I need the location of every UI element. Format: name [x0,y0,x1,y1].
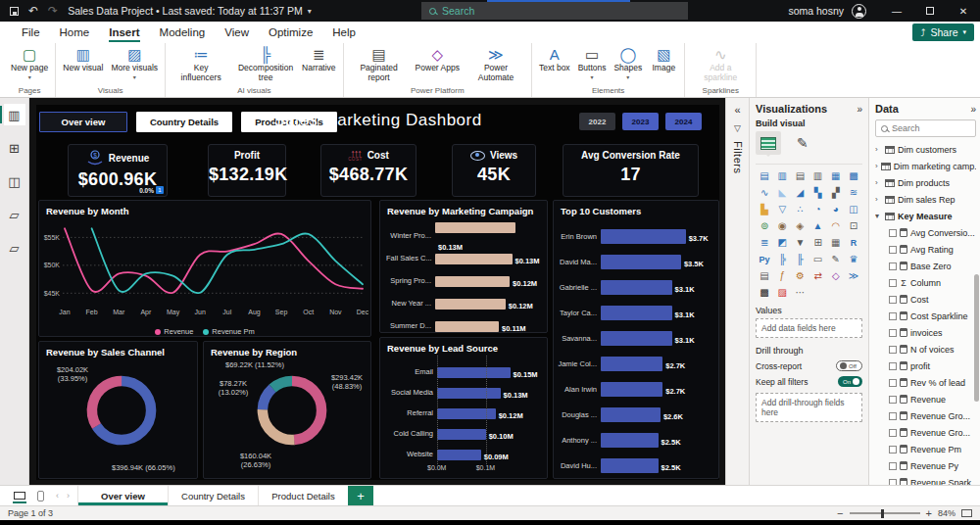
page-tab-over-view[interactable]: Over view [77,486,168,505]
measure-item-n-of-voices[interactable]: N of voices [875,341,976,358]
bar-row[interactable]: Cold Calling$0.10M [386,423,545,444]
table-item-dim-customers[interactable]: ›Dim customers [875,141,976,158]
shapes-button[interactable]: ◯Shapes▾ [611,45,645,81]
bar-row[interactable]: David Hu...$2.5K [558,453,716,478]
global-search[interactable] [421,2,688,20]
get-more-visuals-icon[interactable]: ⋯ [791,285,808,300]
dax-query-view-icon[interactable]: ▱ [4,204,25,225]
measure-item-base-zero[interactable]: Base Zero [875,258,976,274]
kpi-visual-icon[interactable]: ◩ [773,235,791,250]
power-apps-button[interactable]: ◇Power Apps [413,45,463,74]
checkbox[interactable] [889,412,897,420]
custom-visual-red-icon[interactable]: ▨ [773,285,791,300]
ribbon-tab-view[interactable]: View [215,24,259,42]
revenue-by-marketing-campaign-chart[interactable]: Revenue by Marketing Campaign Winter Pro… [379,200,548,333]
bar-row[interactable]: Spring Pro...$0.12M [386,269,543,292]
bar-row[interactable]: Erin Brown$3.7K [558,223,716,249]
clustered-column-chart-icon[interactable]: ▥ [808,168,826,183]
treemap-icon[interactable]: ◫ [845,202,862,216]
year-2023-button[interactable]: 2023 [622,113,659,130]
table-icon[interactable]: ⊞ [808,235,826,250]
chevron-right-icon[interactable]: › [875,195,882,204]
model-view-icon[interactable]: ◫ [4,170,25,192]
stacked-bar-chart-icon[interactable]: ▤ [756,168,773,183]
ribbon-tab-help[interactable]: Help [322,24,366,42]
bar-row[interactable]: Fall Sales C...$0.13M [386,247,543,269]
report-view-icon[interactable]: ▥ [4,104,25,125]
measure-item-revenue-gro[interactable]: Revenue Gro... [875,424,976,441]
tmdl-view-icon[interactable]: ▱ [4,237,25,259]
bar-row[interactable]: Winter Pro...$0.13M [386,224,543,247]
bar-row[interactable]: Summer D...$0.11M [386,314,543,333]
measure-item-profit[interactable]: profit [875,358,976,374]
power-automate-button[interactable]: ≫Power Automate [465,45,527,84]
bar-row[interactable]: Douglas ...$2.6K [558,402,716,427]
checkbox[interactable] [889,396,897,404]
bar-row[interactable]: Savanna...$3.1K [558,325,716,351]
more-visuals-button[interactable]: ▨More visuals▾ [108,45,161,81]
kpi-card-revenue[interactable]: $ Revenue $600.96K 0.0% 1 [68,144,168,197]
measure-item-invoices[interactable]: invoices [875,324,976,341]
share-button[interactable]: ⤴ Share ▾ [912,24,974,41]
power-apps-visual-icon[interactable]: ◇ [827,268,845,283]
card-icon[interactable]: ⊡ [845,218,862,233]
filled-map-icon[interactable]: ◉ [773,218,791,233]
checkbox[interactable] [889,479,897,486]
checkbox[interactable] [889,346,897,354]
azure-map-icon[interactable]: ▲ [808,218,826,233]
bar-row[interactable]: David Ma...$3.5K [558,249,716,274]
bar-row[interactable]: Social Media$0.13M [386,382,545,403]
bar-row[interactable]: Taylor Ca...$3.1K [558,300,716,325]
checkbox[interactable] [889,296,897,304]
ribbon-chart-icon[interactable]: ≋ [845,185,862,200]
format-visual-icon[interactable]: ✎ [797,135,808,151]
bar-row[interactable]: Gabrielle ...$3.1K [558,274,716,300]
matrix-icon[interactable]: ▦ [827,235,845,250]
r-script-visual-icon[interactable]: R [845,235,862,250]
100-stacked-bar-chart-icon[interactable]: ▦ [827,168,845,183]
stacked-area-chart-icon[interactable]: ◢ [791,185,808,200]
revenue-by-lead-source-chart[interactable]: Revenue by Lead Source Email$0.15MSocial… [379,337,548,479]
kpi-card-avg-conversion-rate[interactable]: Avg Conversion Rate 17 [563,144,699,197]
checkbox[interactable] [889,229,897,237]
table-view-icon[interactable]: ⊞ [4,137,25,159]
save-icon[interactable] [10,7,19,16]
smart-narrative-visual-icon[interactable]: ✎ [827,252,845,266]
waterfall-chart-icon[interactable]: ▙ [756,202,773,216]
bar-row[interactable]: Anthony ...$2.5K [558,427,716,453]
measure-item-avg-rating[interactable]: Avg Rating [875,241,976,258]
bar-row[interactable]: New Year ...$0.12M [386,292,543,314]
revenue-by-month-chart[interactable]: Revenue by Month $45K$50K$55KJanFebMarAp… [38,200,371,337]
measure-item-revenue[interactable]: Revenue [875,391,976,407]
buttons-button[interactable]: ▭Buttons▾ [575,45,610,81]
power-automate-visual-icon[interactable]: ≫ [845,268,862,283]
prev-page-icon[interactable]: ‹ [56,491,59,501]
decomposition-tree-visual-icon[interactable]: ╟ [791,252,808,266]
slicer-icon[interactable]: ▼ [791,235,808,250]
new-visual-button[interactable]: ▥New visual [60,45,106,74]
chevron-down-icon[interactable]: ▾ [875,212,882,220]
ribbon-tab-insert[interactable]: Insert [99,24,149,42]
kpi-card-cost[interactable]: ↑↑↑COST Cost $468.77K [320,144,416,197]
line-clustered-column-chart-icon[interactable]: ▞ [827,185,845,200]
bar-row[interactable]: Email$0.15M [386,361,545,382]
key-influencers-button[interactable]: ≔Key influencers [170,45,232,84]
table-item-dim-sales-rep[interactable]: ›Dim sales Rep [875,191,976,208]
collapse-pane-icon[interactable]: » [970,104,976,115]
python-visual-icon[interactable]: Py [756,252,773,266]
ribbon-tab-modeling[interactable]: Modeling [150,24,216,42]
metrics-visual-icon[interactable]: ♛ [845,252,862,266]
fit-to-page-icon[interactable] [961,509,972,517]
mobile-layout-icon[interactable] [37,491,44,501]
checkbox[interactable] [889,279,897,287]
measure-item-cost-sparkline[interactable]: Cost Sparkline [875,308,976,324]
kpi-card-profit[interactable]: Profit $132.19K [208,144,286,197]
data-search[interactable] [875,119,976,137]
new-page-button[interactable]: ▢New page▾ [8,45,51,81]
drill-through-field-well[interactable]: Add drill-through fields here [756,393,862,422]
bar-row[interactable]: Alan Irwin$2.7K [558,376,716,402]
paginated-report-button[interactable]: ▤Paginated report [348,45,411,84]
map-icon[interactable]: ⊚ [756,218,773,233]
measure-item-revenue-gro[interactable]: Revenue Gro... [875,407,976,424]
donut-chart-icon[interactable]: ◕ [827,202,845,216]
